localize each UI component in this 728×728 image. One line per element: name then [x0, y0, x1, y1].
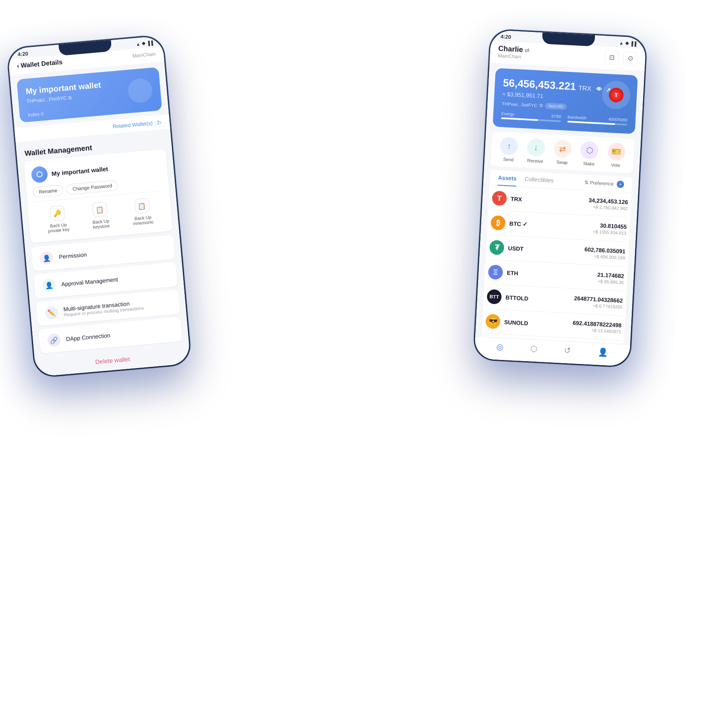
back-icon: ‹ — [17, 62, 19, 70]
receive-icon: ↓ — [527, 138, 545, 157]
nav-chain: MainChain — [132, 51, 156, 59]
asset-sun-left: 😎 SUNOLD — [485, 314, 529, 330]
usdt-icon: ₮ — [489, 240, 504, 255]
scan-button[interactable]: ⊡ — [605, 50, 619, 65]
btt-icon: BTT — [487, 289, 502, 305]
balance-card: 56,456,453.221 TRX 👁 ↗ ≈ $3,951,951.71 T… — [493, 68, 638, 134]
nav-profile-icon: 👤 — [598, 347, 608, 357]
nav-assets-icon: ◎ — [496, 342, 503, 352]
send-icon: ↑ — [500, 137, 518, 155]
rename-button[interactable]: Rename — [32, 185, 63, 198]
preference-row: ⇅ Preference + — [561, 174, 624, 192]
backup-keystore-label: Back Upkeystore — [92, 218, 110, 230]
backup-mnemonic-label: Back Upmnemonic — [133, 214, 154, 226]
sun-name: SUNOLD — [504, 319, 528, 326]
asset-sun-right: 692.418878222498 ≈$ 13.5483871 — [572, 320, 622, 334]
tab-assets[interactable]: Assets — [497, 170, 517, 186]
non-hd-badge: Non-HD — [545, 103, 567, 110]
asset-btc-left: ₿ BTC ✓ — [491, 215, 528, 232]
change-password-button[interactable]: Change Password — [66, 180, 119, 195]
backup-private-key-icon: 🔑 — [49, 205, 65, 221]
wallet-card: My important wallet THPvaU...Fhn5YC ⧉ In… — [17, 67, 162, 123]
asset-list: T TRX 34,234,453.126 ≈$ 2,760,842.982 ₿ — [482, 186, 632, 344]
back-button[interactable]: ‹ Wallet Details — [17, 59, 63, 70]
nav-profile[interactable]: 👤 — [598, 347, 608, 357]
asset-btt-right: 2648771.04328662 ≈$ 6.77419355 — [574, 295, 623, 309]
vote-icon: 🎫 — [607, 142, 626, 161]
balance-currency: TRX — [578, 85, 592, 93]
swap-label: Swap — [557, 159, 568, 165]
nav-history[interactable]: ↺ — [564, 345, 571, 356]
phone-left: 4:20 ▲◆▐▐ ‹ Wallet Details MainChain — [6, 34, 192, 379]
balance-amount: 56,456,453.221 — [503, 76, 576, 93]
backup-mnemonic[interactable]: 📋 Back Upmnemonic — [131, 198, 154, 226]
settings-button[interactable]: ⊙ — [623, 51, 637, 66]
energy-fill — [501, 117, 538, 121]
tron-logo: T — [609, 87, 624, 103]
eth-name: ETH — [507, 269, 518, 276]
vote-button[interactable]: 🎫 Vote — [607, 142, 626, 168]
screen-left: 4:20 ▲◆▐▐ ‹ Wallet Details MainChain — [7, 36, 190, 377]
send-label: Send — [503, 157, 514, 162]
backup-mnemonic-icon: 📋 — [134, 198, 150, 214]
trx-icon: T — [492, 190, 507, 206]
eth-usd: ≈$ 85,885.35 — [597, 279, 624, 285]
tab-collectibles[interactable]: Collectibles — [524, 171, 554, 188]
phone-frame-left: 4:20 ▲◆▐▐ ‹ Wallet Details MainChain — [6, 34, 192, 379]
phone-right: 4:20 ▲◆▐▐ Charlie ⇄ MainChain — [473, 28, 648, 368]
bandwidth-label: Bandwidth — [567, 115, 586, 120]
nav-assets[interactable]: ◎ — [496, 342, 503, 352]
backup-keystore[interactable]: 📋 Back Upkeystore — [91, 201, 110, 229]
copy-address-icon[interactable]: ⧉ — [540, 103, 543, 108]
backup-row: 🔑 Back Upprivate key 📋 Back Upkeystore 📋… — [34, 190, 165, 236]
status-icons-left: ▲◆▐▐ — [135, 40, 153, 47]
asset-btc-right: 30.810455 ≈$ 1555,934.813 — [593, 222, 627, 235]
mgmt-wallet-name-text: My important wallet — [51, 165, 108, 177]
approval-icon: 👤 — [42, 278, 56, 292]
chain-label: MainChain — [498, 53, 529, 60]
stake-button[interactable]: ⬡ Stake — [580, 141, 599, 167]
eth-amount: 21.174682 — [597, 271, 624, 279]
scene: 4:20 ▲◆▐▐ ‹ Wallet Details MainChain — [0, 0, 728, 728]
backup-keystore-icon: 📋 — [92, 201, 108, 217]
action-buttons: ↑ Send ↓ Receive ⇄ Swap ⬡ — [491, 131, 635, 173]
receive-button[interactable]: ↓ Receive — [526, 138, 545, 164]
asset-eth-right: 21.174682 ≈$ 85,885.35 — [597, 271, 624, 285]
nav-title: Wallet Details — [21, 59, 63, 70]
asset-trx-right: 34,234,453.126 ≈$ 2,760,842.982 — [588, 197, 628, 211]
energy-label: Energy — [501, 111, 514, 116]
trx-usd: ≈$ 2,760,842.982 — [588, 204, 628, 211]
backup-private-key[interactable]: 🔑 Back Upprivate key — [46, 205, 70, 233]
approval-label: Approval Management — [61, 276, 119, 288]
send-button[interactable]: ↑ Send — [499, 137, 518, 162]
copy-icon[interactable]: ⧉ — [68, 95, 72, 101]
energy-resource: Energy 37/60 — [501, 111, 561, 122]
nav-stack-icon: ⬡ — [530, 344, 537, 354]
asset-btt-left: BTT BTTOLD — [487, 289, 529, 306]
status-time-right: 4:20 — [500, 34, 511, 40]
asset-usdt-left: ₮ USDT — [489, 240, 524, 256]
nav-stack[interactable]: ⬡ — [530, 344, 537, 354]
asset-trx-left: T TRX — [492, 190, 523, 207]
asset-eth-left: Ξ ETH — [488, 265, 518, 281]
username-arrow[interactable]: ⇄ — [525, 47, 530, 53]
btc-amount: 30.810455 — [593, 222, 627, 230]
btc-name: BTC ✓ — [509, 220, 527, 228]
preference-icon[interactable]: ⇅ Preference — [584, 180, 614, 187]
balance-address-text: THPwer...5wtFYC — [502, 101, 538, 108]
add-token-icon[interactable]: + — [617, 180, 624, 188]
stake-icon: ⬡ — [580, 141, 599, 160]
resource-bars: Energy 37/60 Bandwidth 4000/5 — [501, 111, 628, 125]
btc-icon: ₿ — [491, 215, 506, 231]
nav-history-icon: ↺ — [564, 345, 571, 356]
multisig-icon: ✏️ — [44, 306, 59, 320]
btt-name: BTTOLD — [506, 294, 529, 302]
eye-icon[interactable]: 👁 — [596, 86, 602, 93]
screen-right: 4:20 ▲◆▐▐ Charlie ⇄ MainChain — [474, 30, 646, 367]
swap-icon: ⇄ — [553, 140, 572, 158]
sun-icon: 😎 — [485, 314, 501, 329]
bandwidth-fill — [567, 121, 615, 125]
related-wallets-arrow: › — [159, 119, 162, 125]
swap-button[interactable]: ⇄ Swap — [553, 140, 572, 165]
bandwidth-value: 4000/5000 — [608, 117, 628, 122]
